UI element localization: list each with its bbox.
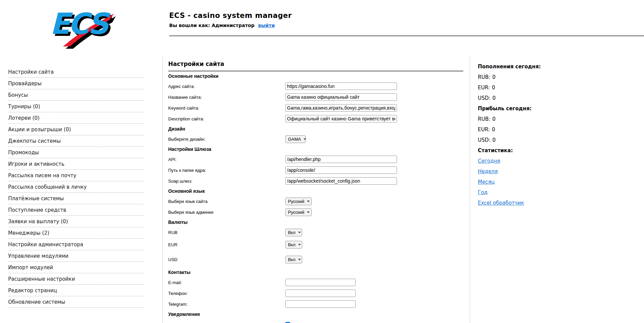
sidebar: Настройки сайта Провайдеры Бонусы Турнир… <box>8 66 145 308</box>
sidebar-item-tournaments[interactable]: Турниры (0) <box>8 101 145 112</box>
site-description-input[interactable] <box>285 115 397 122</box>
sidebar-item-advanced[interactable]: Расширенные настройки <box>8 273 145 285</box>
site-name-label: Название сайта: <box>168 95 285 100</box>
stats-link-week[interactable]: Неделя <box>478 168 498 175</box>
form-row: EUR Вкл <box>168 238 463 251</box>
telegram-label: Telegram: <box>168 302 285 307</box>
rub-select[interactable]: Вкл <box>285 229 302 236</box>
usd-select-value: Вкл <box>288 257 295 262</box>
sidebar-item-managers[interactable]: Менеджеры (2) <box>8 227 145 239</box>
main-content: Настройки сайта Основные настройки Адрес… <box>168 60 463 323</box>
site-keyword-input[interactable] <box>285 104 397 112</box>
deposit-eur: EUR: 0 <box>478 82 579 93</box>
site-lang-select[interactable]: Русский <box>285 198 312 205</box>
site-name-input[interactable] <box>285 93 397 101</box>
api-input[interactable] <box>285 156 397 163</box>
sidebar-item-system-update[interactable]: Обновление системы <box>8 296 145 308</box>
usd-select[interactable]: Вкл <box>285 256 302 263</box>
sidebar-item-site-settings[interactable]: Настройки сайта <box>8 66 145 78</box>
deposit-notify-checkbox[interactable] <box>285 322 290 323</box>
stats-panel: Пополнения сегодня: RUB: 0 EUR: 0 USD: 0… <box>478 61 579 208</box>
telegram-input[interactable] <box>285 300 356 308</box>
sidebar-item-module-manage[interactable]: Управление модулями <box>8 250 145 262</box>
sidebar-item-pm-mailing[interactable]: Рассылка сообщений в личку <box>8 181 145 193</box>
form-row: Keyword сайта: <box>168 102 463 113</box>
sidebar-item-promotions[interactable]: Акции и розыгрыши (0) <box>8 124 145 135</box>
form-row: USD Вкл <box>168 251 463 268</box>
email-input[interactable] <box>285 279 356 286</box>
form-row: Description сайта: <box>168 113 463 124</box>
soap-label: Soap шлюз: <box>168 179 285 184</box>
profit-today-title: Прибыль сегодня: <box>478 103 579 114</box>
deposit-notify-label: При пополнение счета: <box>168 322 285 323</box>
rub-label: RUB <box>168 230 285 235</box>
form-row: При пополнение счета: <box>168 319 463 323</box>
profit-rub: RUB: 0 <box>478 114 579 124</box>
section-notifications: Уведомления <box>168 312 200 317</box>
site-settings-form: Основные настройки Адрес сайта: Название… <box>168 71 463 323</box>
sidebar-item-providers[interactable]: Провайдеры <box>8 78 145 89</box>
form-row: Адрес сайта: <box>168 81 463 92</box>
phone-input[interactable] <box>285 290 356 297</box>
soap-input[interactable] <box>285 177 397 185</box>
core-path-label: Путь к папке ядра: <box>168 168 285 173</box>
form-row: E-mail: <box>168 277 463 288</box>
chevron-down-icon <box>307 201 310 202</box>
site-description-label: Description сайта: <box>168 116 285 121</box>
site-address-label: Адрес сайта: <box>168 84 285 89</box>
email-label: E-mail: <box>168 280 285 285</box>
form-row: Название сайта: <box>168 92 463 102</box>
logout-link[interactable]: выйти <box>258 23 275 28</box>
stats-link-excel[interactable]: Excel обработчик <box>478 200 524 206</box>
stats-link-year[interactable]: Год <box>478 189 488 195</box>
section-basic-settings: Основные настройки <box>168 73 219 79</box>
sidebar-item-jackpots[interactable]: Джекпоты системы <box>8 135 145 147</box>
main-stats-divider <box>470 57 470 323</box>
section-currencies: Валюты <box>168 220 187 225</box>
chevron-down-icon <box>298 232 301 233</box>
eur-label: EUR <box>168 242 285 247</box>
chevron-down-icon <box>304 138 306 140</box>
sidebar-item-page-editor[interactable]: Редактор страниц <box>8 285 145 296</box>
form-row: Выберите дизайн: GAMA <box>168 134 463 144</box>
form-row: Telegram: <box>168 299 463 309</box>
app-title: ECS - casino system manager <box>169 11 292 20</box>
site-address-input[interactable] <box>285 83 397 90</box>
chevron-down-icon <box>298 244 301 246</box>
section-design: Дизайн <box>168 126 185 132</box>
sidebar-item-module-import[interactable]: Импорт модулей <box>8 262 145 273</box>
stats-link-month[interactable]: Месяц <box>478 179 495 185</box>
sidebar-item-payout-requests[interactable]: Заявки на выплату (0) <box>8 216 145 227</box>
sidebar-item-email-mailing[interactable]: Рассылка писем на почту <box>8 170 145 181</box>
form-row: RUB Вкл <box>168 227 463 238</box>
section-gateway: Настройки Шлюза <box>168 146 211 152</box>
admin-lang-label: Выбери язык админки <box>168 210 285 215</box>
eur-select[interactable]: Вкл <box>285 241 302 249</box>
sidebar-item-promocodes[interactable]: Промокоды <box>8 147 145 158</box>
chevron-down-icon <box>307 211 310 213</box>
form-row: Выбери язык админки Русский <box>168 207 463 217</box>
eur-select-value: Вкл <box>288 242 295 247</box>
core-path-input[interactable] <box>285 166 397 174</box>
sidebar-item-players[interactable]: Игроки и активность <box>8 158 145 170</box>
site-lang-select-value: Русский <box>288 199 304 204</box>
chevron-down-icon <box>298 259 301 260</box>
sidebar-item-admin-settings[interactable]: Настройки администратора <box>8 239 145 250</box>
sidebar-item-incoming-funds[interactable]: Поступление средств <box>8 204 145 216</box>
design-label: Выберите дизайн: <box>168 137 285 142</box>
section-language: Основной язык <box>168 188 205 194</box>
page-title: Настройки сайта <box>168 60 463 68</box>
deposits-today-title: Пополнения сегодня: <box>478 61 579 72</box>
sidebar-item-lotteries[interactable]: Лотереи (0) <box>8 112 145 124</box>
admin-lang-select[interactable]: Русский <box>285 208 312 216</box>
sidebar-item-payment-systems[interactable]: Платёжные системы <box>8 193 145 204</box>
section-contacts: Контакты <box>168 270 191 275</box>
design-select[interactable]: GAMA <box>285 135 306 143</box>
rub-select-value: Вкл <box>288 230 295 235</box>
site-lang-label: Выбери язык сайта <box>168 199 285 204</box>
profit-usd: USD: 0 <box>478 135 579 145</box>
stats-link-today[interactable]: Сегодня <box>478 158 500 164</box>
header-divider <box>169 36 644 36</box>
sidebar-item-bonuses[interactable]: Бонусы <box>8 89 145 101</box>
ecs-logo: ECS ECS <box>47 3 116 50</box>
